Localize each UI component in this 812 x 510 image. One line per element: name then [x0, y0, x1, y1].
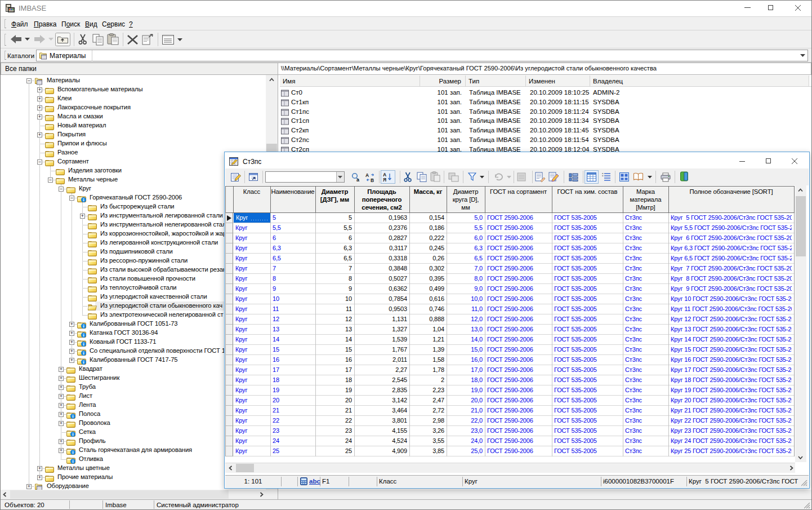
svg-text:А: А [365, 172, 369, 178]
svg-text:В: В [371, 178, 374, 183]
svg-text:Я: Я [383, 177, 386, 182]
svg-text:а: а [356, 177, 360, 183]
